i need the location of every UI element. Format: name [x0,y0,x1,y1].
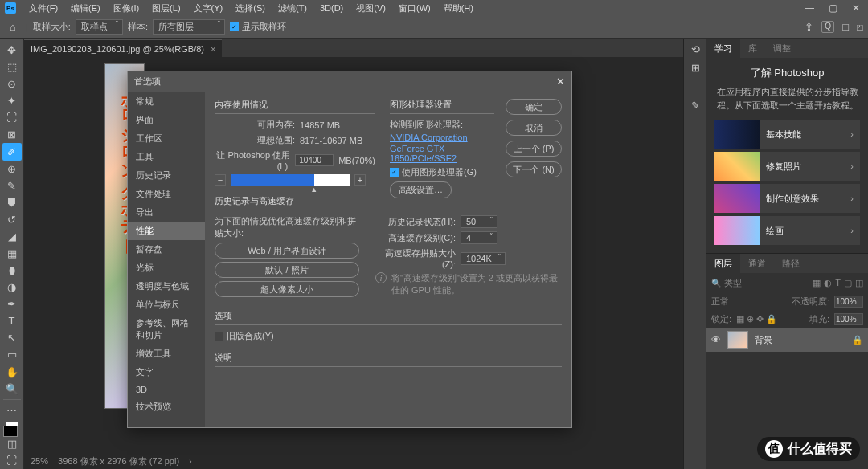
blend-mode[interactable]: 正常 [711,296,729,308]
nav-item[interactable]: 文件处理 [128,185,205,203]
menu-item[interactable]: 选择(S) [229,3,272,13]
panel-tab[interactable]: 路径 [774,254,808,273]
nav-item[interactable]: 文字 [128,363,205,381]
wand-tool[interactable]: ✦ [2,92,22,109]
text-tool[interactable]: T [2,312,22,329]
legacy-checkbox[interactable]: 旧版合成(Y) [215,330,562,342]
panel-tab[interactable]: 学习 [706,39,740,58]
hand-tool[interactable]: ✋ [2,363,22,380]
stamp-tool[interactable]: ⛊ [2,194,22,211]
marquee-tool[interactable]: ⬚ [2,59,22,75]
memory-slider[interactable]: − ▲ + [215,174,375,186]
crop-tool[interactable]: ⛶ [2,109,22,126]
eyedropper-tool[interactable]: ✐ [2,143,22,160]
gradient-tool[interactable]: ▦ [2,245,22,262]
learn-card[interactable]: 修复照片› [714,152,860,181]
maximize-button[interactable]: ▢ [825,2,841,14]
nav-item[interactable]: 历史记录 [128,166,205,185]
panel-tab[interactable]: 库 [740,39,765,58]
nav-item[interactable]: 3D [128,381,205,398]
zoom-tool[interactable]: 🔍 [2,381,22,398]
nav-item[interactable]: 透明度与色域 [128,277,205,296]
menu-item[interactable]: 帮助(H) [437,3,480,13]
gpu-advanced-button[interactable]: 高级设置… [390,181,452,198]
filter-image-icon[interactable]: ▦ [813,278,821,288]
gpu-vendor[interactable]: NVIDIA Corporation [390,133,494,142]
lasso-tool[interactable]: ⊙ [2,75,22,92]
show-ring-checkbox[interactable]: ✓显示取样环 [230,21,286,33]
nav-item[interactable]: 性能 [128,222,205,240]
lock-icons[interactable]: ▦ ⊕ ✥ 🔒 [736,314,777,324]
menu-item[interactable]: 3D(D) [313,3,350,13]
shape-tool[interactable]: ▭ [2,346,22,363]
more-tool[interactable]: ⋯ [2,402,22,418]
prev-button[interactable]: 上一个 (P) [506,141,562,157]
nav-item[interactable]: 常规 [128,92,205,111]
brush-panel-icon[interactable]: ✎ [691,100,700,112]
sample-dropdown[interactable]: 所有图层 [153,19,225,35]
layer-item[interactable]: 👁 背景 🔒 [706,328,868,352]
zoom-level[interactable]: 25% [31,456,48,466]
next-button[interactable]: 下一个 (N) [506,161,562,177]
preset-default-button[interactable]: 默认 / 照片 [215,262,359,278]
close-button[interactable]: ✕ [849,2,863,14]
screenmode-tool[interactable]: ⛶ [2,452,22,469]
visibility-icon[interactable]: 👁 [711,334,721,345]
nav-item[interactable]: 工作区 [128,129,205,148]
learn-card[interactable]: 基本技能› [714,120,860,149]
eraser-tool[interactable]: ◢ [2,228,22,245]
history-panel-icon[interactable]: ⟲ [691,43,700,55]
menu-item[interactable]: 图像(I) [107,3,145,13]
move-tool[interactable]: ✥ [2,42,22,59]
menu-item[interactable]: 滤镜(T) [272,3,313,13]
learn-card[interactable]: 绘画› [714,216,860,245]
nav-item[interactable]: 技术预览 [128,398,205,416]
nav-item[interactable]: 工具 [128,148,205,166]
minus-icon[interactable]: − [215,174,226,186]
minimize-button[interactable]: — [801,2,817,14]
home-icon[interactable]: ⌂ [5,21,21,33]
dialog-close-icon[interactable]: ✕ [556,75,565,88]
states-dropdown[interactable]: 50 [461,215,497,228]
filter-adjust-icon[interactable]: ◐ [824,278,832,288]
upload-icon[interactable]: ⏍ [857,21,863,33]
panel-tab[interactable]: 调整 [765,39,799,58]
fill-input[interactable] [834,313,863,325]
menu-item[interactable]: 图层(L) [145,3,186,13]
menu-item[interactable]: 文字(Y) [187,3,230,13]
swatch-tool[interactable] [2,418,22,435]
menu-item[interactable]: 编辑(E) [64,3,107,13]
status-chevron-icon[interactable]: › [189,456,192,466]
nav-item[interactable]: 参考线、网格和切片 [128,314,205,345]
use-gpu-checkbox[interactable]: ✓使用图形处理器(G) [390,166,494,178]
close-tab-icon[interactable]: × [211,44,215,54]
cancel-button[interactable]: 取消 [506,120,562,136]
frame-tool[interactable]: ⊠ [2,126,22,143]
kind-filter[interactable]: 类型 [724,277,742,289]
pen-tool[interactable]: ✒ [2,296,22,312]
heal-tool[interactable]: ⊕ [2,161,22,177]
nav-item[interactable]: 界面 [128,111,205,129]
adjust-panel-icon[interactable]: ⊞ [691,62,700,74]
brush-tool[interactable]: ✎ [2,177,22,194]
tile-dropdown[interactable]: 1024K [461,252,506,265]
quickmask-tool[interactable]: ◫ [2,435,22,452]
menu-item[interactable]: 视图(V) [350,3,392,13]
panel-tab[interactable]: 通道 [740,254,774,273]
levels-dropdown[interactable]: 4 [461,231,497,244]
gpu-model[interactable]: GeForce GTX 1650/PCIe/SSE2 [390,144,494,163]
sample-size-dropdown[interactable]: 取样点 [76,19,123,35]
history-brush-tool[interactable]: ↺ [2,211,22,228]
filter-icon[interactable]: 🔍 [711,279,721,288]
menu-item[interactable]: 文件(F) [23,3,64,13]
filter-smart-icon[interactable]: ◫ [855,278,863,288]
menu-item[interactable]: 窗口(W) [392,3,437,13]
learn-card[interactable]: 制作创意效果› [714,184,860,213]
path-tool[interactable]: ↖ [2,329,22,346]
filter-shape-icon[interactable]: ▢ [844,278,852,288]
document-tab[interactable]: IMG_20190203_120601.jpg @ 25%(RGB/8) × [24,39,222,57]
opacity-input[interactable] [834,296,863,308]
filter-text-icon[interactable]: T [835,278,841,288]
panel-tab[interactable]: 图层 [706,254,740,273]
search-icon[interactable]: Q [821,21,834,33]
